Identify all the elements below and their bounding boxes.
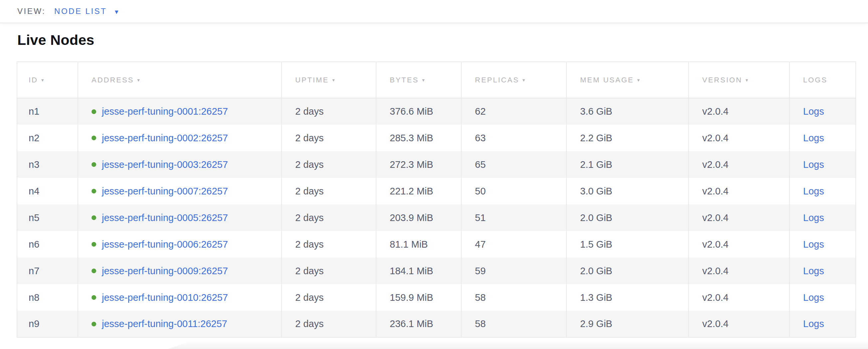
node-address-cell: jesse-perf-tuning-0001:26257 — [78, 98, 282, 125]
column-header-mem-usage[interactable]: MEM USAGE▾ — [566, 62, 689, 98]
node-bytes: 285.3 MiB — [376, 125, 461, 151]
logs-link[interactable]: Logs — [803, 239, 824, 250]
table-row: n2 jesse-perf-tuning-0002:26257 2 days 2… — [17, 125, 856, 151]
logs-link[interactable]: Logs — [803, 106, 824, 117]
node-version: v2.0.4 — [689, 284, 789, 311]
node-address-link[interactable]: jesse-perf-tuning-0009:26257 — [102, 266, 228, 277]
view-dropdown[interactable]: NODE LIST ▼ — [54, 7, 120, 16]
node-uptime: 2 days — [282, 98, 376, 125]
sort-caret-icon: ▾ — [137, 77, 141, 83]
node-replicas: 47 — [461, 231, 566, 257]
logs-link[interactable]: Logs — [803, 133, 824, 143]
logs-link[interactable]: Logs — [803, 212, 824, 223]
node-address-link[interactable]: jesse-perf-tuning-0002:26257 — [102, 133, 228, 144]
node-version: v2.0.4 — [689, 311, 789, 337]
node-bytes: 376.6 MiB — [376, 98, 461, 125]
node-mem-usage: 3.0 GiB — [566, 178, 689, 204]
node-logs-cell: Logs — [789, 284, 856, 311]
node-logs-cell: Logs — [789, 151, 856, 178]
logs-link[interactable]: Logs — [803, 159, 824, 170]
node-id: n6 — [17, 231, 78, 257]
node-bytes: 203.9 MiB — [376, 204, 461, 231]
node-replicas: 50 — [461, 178, 566, 204]
node-address-cell: jesse-perf-tuning-0007:26257 — [78, 178, 282, 204]
sort-caret-icon: ▾ — [422, 77, 426, 83]
logs-link[interactable]: Logs — [803, 186, 824, 197]
logs-link[interactable]: Logs — [803, 318, 824, 329]
node-bytes: 236.1 MiB — [376, 311, 461, 337]
node-version: v2.0.4 — [689, 204, 789, 231]
column-header-uptime[interactable]: UPTIME▾ — [282, 62, 376, 98]
sort-caret-icon: ▾ — [746, 77, 749, 83]
logs-link[interactable]: Logs — [803, 292, 824, 303]
column-header-replicas[interactable]: REPLICAS▾ — [461, 62, 566, 98]
column-header-version[interactable]: VERSION▾ — [689, 62, 789, 98]
node-live-status-icon — [92, 242, 96, 247]
sort-caret-icon: ▾ — [637, 77, 641, 83]
node-id: n9 — [17, 311, 78, 337]
node-mem-usage: 2.0 GiB — [566, 257, 689, 284]
table-row: n1 jesse-perf-tuning-0001:26257 2 days 3… — [17, 98, 856, 125]
node-uptime: 2 days — [282, 257, 376, 284]
logs-link[interactable]: Logs — [803, 266, 824, 276]
node-logs-cell: Logs — [789, 204, 856, 231]
column-header-address[interactable]: ADDRESS▾ — [78, 62, 282, 98]
node-version: v2.0.4 — [689, 178, 789, 204]
node-replicas: 58 — [461, 311, 566, 337]
view-dropdown-value: NODE LIST — [54, 7, 107, 16]
node-address-link[interactable]: jesse-perf-tuning-0006:26257 — [102, 239, 228, 250]
node-id: n7 — [17, 257, 78, 284]
node-address-cell: jesse-perf-tuning-0005:26257 — [78, 204, 282, 231]
column-header-logs: LOGS — [789, 62, 856, 98]
node-address-cell: jesse-perf-tuning-0010:26257 — [78, 284, 282, 311]
node-logs-cell: Logs — [789, 178, 856, 204]
table-row: n6 jesse-perf-tuning-0006:26257 2 days 8… — [17, 231, 856, 257]
node-version: v2.0.4 — [689, 98, 789, 125]
node-bytes: 272.3 MiB — [376, 151, 461, 178]
sort-caret-icon: ▾ — [332, 77, 336, 83]
node-live-status-icon — [92, 109, 96, 114]
node-uptime: 2 days — [282, 125, 376, 151]
node-id: n8 — [17, 284, 78, 311]
node-uptime: 2 days — [282, 204, 376, 231]
node-replicas: 62 — [461, 98, 566, 125]
node-address-link[interactable]: jesse-perf-tuning-0001:26257 — [102, 106, 228, 117]
chevron-down-icon: ▼ — [114, 8, 120, 15]
node-logs-cell: Logs — [789, 311, 856, 337]
table-row: n8 jesse-perf-tuning-0010:26257 2 days 1… — [17, 284, 856, 311]
node-mem-usage: 2.1 GiB — [566, 151, 689, 178]
node-address-link[interactable]: jesse-perf-tuning-0010:26257 — [102, 292, 228, 303]
node-bytes: 159.9 MiB — [376, 284, 461, 311]
node-live-status-icon — [92, 322, 96, 326]
node-id: n2 — [17, 125, 78, 151]
node-address-link[interactable]: jesse-perf-tuning-0005:26257 — [102, 212, 228, 223]
node-address-cell: jesse-perf-tuning-0003:26257 — [78, 151, 282, 178]
node-mem-usage: 2.0 GiB — [566, 204, 689, 231]
node-mem-usage: 1.3 GiB — [566, 284, 689, 311]
column-header-bytes[interactable]: BYTES▾ — [376, 62, 461, 98]
node-id: n4 — [17, 178, 78, 204]
view-selector-bar: VIEW: NODE LIST ▼ — [0, 0, 868, 23]
node-uptime: 2 days — [282, 178, 376, 204]
node-logs-cell: Logs — [789, 257, 856, 284]
node-id: n5 — [17, 204, 78, 231]
node-live-status-icon — [92, 269, 96, 273]
node-address-link[interactable]: jesse-perf-tuning-0007:26257 — [102, 186, 228, 197]
below-fold-panel-shadow — [168, 340, 868, 349]
node-live-status-icon — [92, 162, 96, 167]
table-row: n5 jesse-perf-tuning-0005:26257 2 days 2… — [17, 204, 856, 231]
node-live-status-icon — [92, 295, 96, 300]
node-version: v2.0.4 — [689, 257, 789, 284]
node-id: n3 — [17, 151, 78, 178]
table-row: n9 jesse-perf-tuning-0011:26257 2 days 2… — [17, 311, 856, 337]
table-row: n3 jesse-perf-tuning-0003:26257 2 days 2… — [17, 151, 856, 178]
node-replicas: 63 — [461, 125, 566, 151]
node-version: v2.0.4 — [689, 151, 789, 178]
node-mem-usage: 2.9 GiB — [566, 311, 689, 337]
node-address-cell: jesse-perf-tuning-0002:26257 — [78, 125, 282, 151]
node-address-link[interactable]: jesse-perf-tuning-0011:26257 — [102, 318, 227, 329]
node-address-cell: jesse-perf-tuning-0009:26257 — [78, 257, 282, 284]
node-logs-cell: Logs — [789, 98, 856, 125]
node-address-link[interactable]: jesse-perf-tuning-0003:26257 — [102, 159, 228, 170]
column-header-id[interactable]: ID▾ — [17, 62, 78, 98]
